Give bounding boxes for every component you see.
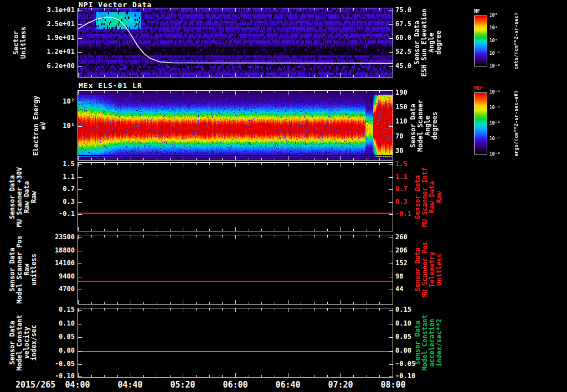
x-tick-mark	[261, 302, 262, 304]
x-tick-mark	[314, 235, 315, 238]
x-tick-mark	[91, 308, 92, 311]
x-tick-mark	[249, 235, 249, 238]
y-tick-mark	[78, 351, 82, 352]
x-tick-mark	[157, 235, 157, 238]
colorbar-tick-label: 10⁰	[489, 39, 497, 43]
x-tick-mark	[183, 73, 183, 77]
x-tick-mark	[183, 91, 183, 95]
x-tick-mark	[235, 227, 236, 231]
y-tick-label-right: 190	[395, 89, 408, 96]
x-tick-mark	[367, 308, 367, 311]
x-tick-mark	[327, 163, 328, 165]
y-tick-mark	[78, 177, 82, 178]
x-tick-mark	[78, 227, 79, 231]
x-tick-mark	[222, 229, 223, 231]
y-tick-mark	[389, 324, 393, 324]
x-tick-mark	[91, 91, 92, 93]
x-tick-mark	[157, 158, 157, 160]
x-tick-mark	[249, 75, 249, 77]
y-tick-mark	[78, 202, 82, 203]
y-tick-mark	[389, 11, 393, 11]
x-tick-mark	[288, 73, 288, 77]
x-tick-mark	[379, 158, 380, 160]
x-tick-mark	[183, 373, 183, 377]
x-tick-mark	[222, 235, 223, 238]
x-tick-mark	[117, 375, 118, 377]
y-tick-mark	[389, 38, 393, 39]
x-tick-mark	[353, 163, 354, 165]
x-tick-mark	[104, 375, 105, 377]
y-tick-label-right: 0.10	[395, 320, 411, 327]
x-tick-mark	[157, 91, 157, 93]
x-tick-mark	[196, 158, 197, 160]
x-tick-mark	[261, 163, 262, 165]
x-tick-mark	[131, 156, 131, 160]
x-tick-mark	[314, 375, 315, 377]
y-tick-label-right: 30	[395, 147, 403, 154]
x-tick-mark	[275, 75, 275, 77]
x-tick-mark	[209, 158, 210, 160]
y-tick-mark	[78, 189, 82, 190]
y-tick-label-right: 67.5	[395, 20, 411, 27]
x-tick-mark	[183, 8, 183, 12]
x-tick-mark	[367, 91, 367, 93]
y-tick-label-right: -0.1	[395, 210, 411, 217]
x-tick-mark	[196, 235, 197, 238]
x-tick-mark	[170, 308, 171, 311]
x-tick-mark	[143, 375, 144, 377]
x-tick-mark	[353, 158, 354, 160]
x-tick-mark	[131, 235, 131, 239]
x-tick-mark	[131, 73, 131, 77]
x-tick-mark	[249, 375, 249, 377]
x-tick-mark	[340, 227, 341, 231]
x-tick-mark	[143, 302, 144, 304]
x-tick-mark	[275, 308, 275, 311]
colorbar-name-els: DEF	[474, 85, 483, 91]
x-tick-mark	[196, 302, 197, 304]
x-tick-mark	[393, 73, 393, 77]
y-tick-mark	[78, 52, 82, 53]
x-tick-mark	[301, 158, 301, 160]
x-tick-mark	[379, 91, 380, 93]
x-tick-mark	[249, 158, 249, 160]
x-tick-mark	[301, 302, 301, 304]
x-tick-mark	[367, 8, 367, 11]
y-tick-label-right: 75.0	[395, 7, 411, 13]
x-tick-mark	[209, 302, 210, 304]
panel-velocity	[78, 308, 393, 378]
colorbar-tick-label: 10⁻⁵	[489, 106, 500, 110]
x-tick-mark	[314, 91, 315, 93]
x-tick-mark	[288, 163, 288, 167]
x-tick-mark	[249, 163, 249, 165]
x-tick-mark	[275, 229, 275, 231]
x-tick-mark	[340, 163, 341, 167]
x-tick-mark	[301, 75, 301, 77]
x-tick-mark	[261, 8, 262, 11]
y-tick-mark	[389, 52, 393, 53]
x-tick-mark	[327, 8, 328, 11]
x-tick-mark	[91, 235, 92, 238]
x-tick-mark	[327, 158, 328, 160]
x-tick-mark	[78, 73, 79, 77]
x-tick-mark	[314, 8, 315, 11]
x-tick-mark	[353, 91, 354, 93]
x-tick-mark	[288, 373, 288, 377]
x-tick-mark	[209, 163, 210, 165]
colorbar-tick-label: 10⁻⁷	[489, 137, 500, 141]
x-tick-mark	[117, 308, 118, 311]
x-tick-mark	[143, 8, 144, 11]
x-tick-mark	[209, 91, 210, 93]
x-tick-mark	[393, 8, 393, 12]
x-tick-mark	[78, 300, 79, 304]
x-tick-mark	[353, 8, 354, 11]
x-tick-mark	[117, 302, 118, 304]
x-tick-mark	[249, 8, 249, 11]
x-tick-mark	[314, 308, 315, 311]
x-tick-label: 07:20	[328, 380, 353, 390]
x-tick-mark	[314, 302, 315, 304]
y-tick-mark	[78, 102, 82, 102]
colorbar-name-npi: NF	[474, 8, 480, 14]
x-tick-mark	[117, 91, 118, 93]
y-tick-mark	[389, 264, 393, 264]
x-tick-mark	[131, 373, 131, 377]
